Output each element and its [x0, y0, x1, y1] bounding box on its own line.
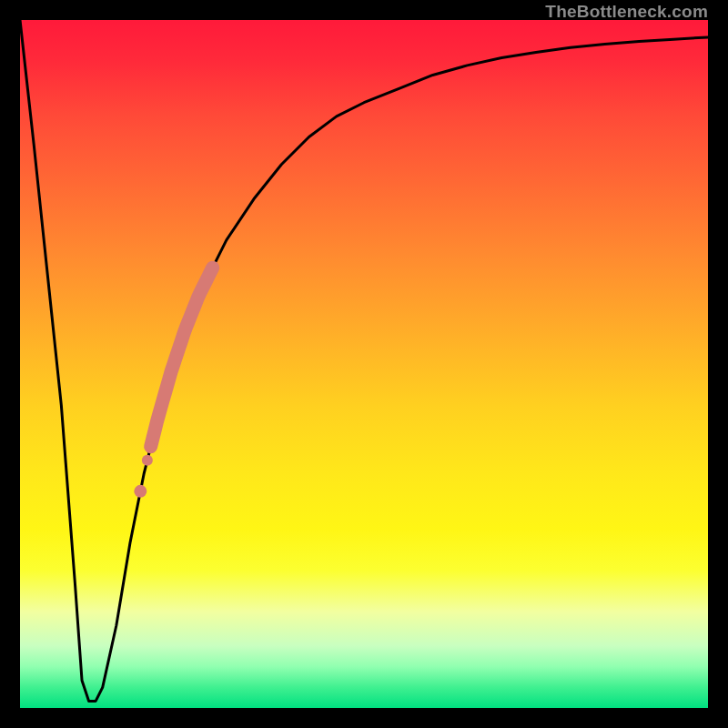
chart-frame: TheBottleneck.com	[0, 0, 728, 728]
plot-area	[20, 20, 708, 708]
watermark-text: TheBottleneck.com	[545, 2, 708, 22]
